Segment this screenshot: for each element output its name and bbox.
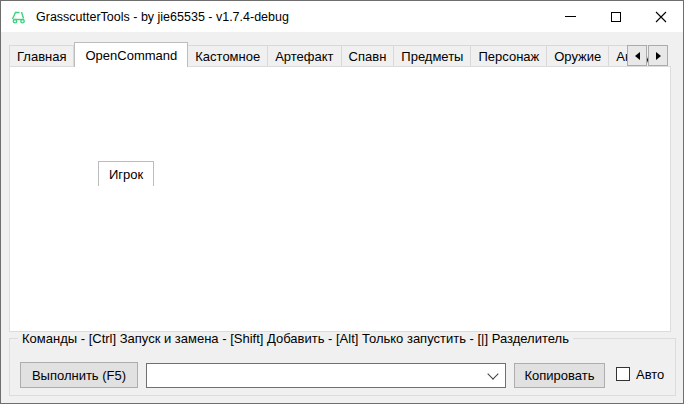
tab-player[interactable]: Игрок <box>98 161 154 186</box>
tab-kastomnoe[interactable]: Кастомное <box>188 45 268 67</box>
commands-group-title: Команды - [Ctrl] Запуск и замена - [Shif… <box>18 331 573 346</box>
opencommand-tab-page <box>9 66 671 332</box>
auto-checkbox-label: Авто <box>636 367 664 382</box>
tab-artefakt[interactable]: Артефакт <box>268 45 341 67</box>
commands-group: Команды - [Ctrl] Запуск и замена - [Shif… <box>9 338 676 396</box>
main-tab-strip: Главная OpenCommand Кастомное Артефакт С… <box>9 42 665 67</box>
tab-scroll-left-button[interactable] <box>627 45 647 66</box>
maximize-button[interactable] <box>593 1 638 32</box>
app-window: GrasscutterTools - by jie65535 - v1.7.4-… <box>0 0 684 404</box>
minimize-button[interactable] <box>548 1 593 32</box>
tab-spavn[interactable]: Спавн <box>342 45 395 67</box>
run-button[interactable]: Выполнить (F5) <box>20 362 138 388</box>
tab-predmety[interactable]: Предметы <box>394 45 471 67</box>
auto-checkbox[interactable] <box>616 367 630 381</box>
tab-personazh[interactable]: Персонаж <box>471 45 547 67</box>
title-bar: GrasscutterTools - by jie65535 - v1.7.4-… <box>1 1 683 32</box>
tab-scroll-buttons <box>626 45 668 66</box>
tab-glavnaya[interactable]: Главная <box>9 45 74 67</box>
left-arrow-icon <box>635 52 640 60</box>
copy-button[interactable]: Копировать <box>514 363 605 388</box>
right-arrow-icon <box>656 52 661 60</box>
tab-opencommand[interactable]: OpenCommand <box>74 42 188 67</box>
maximize-icon <box>611 12 621 22</box>
tab-oruzhie[interactable]: Оружие <box>547 45 609 67</box>
close-button[interactable] <box>638 1 683 32</box>
close-icon <box>655 11 667 23</box>
app-icon <box>10 8 28 26</box>
tab-scroll-right-button[interactable] <box>648 45 668 66</box>
command-combobox[interactable] <box>146 363 506 388</box>
chevron-down-icon <box>487 368 498 379</box>
minimize-icon <box>565 16 576 17</box>
window-title: GrasscutterTools - by jie65535 - v1.7.4-… <box>36 10 289 24</box>
command-input[interactable] <box>147 368 489 383</box>
